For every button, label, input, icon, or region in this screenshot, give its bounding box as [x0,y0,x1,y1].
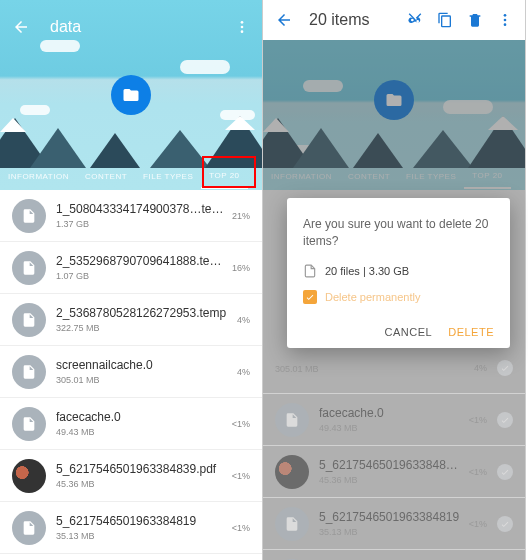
list-item[interactable]: facecache.049.43 MB <1% [263,394,525,446]
file-icon [275,507,309,541]
file-size: 1.37 GB [56,219,226,229]
back-icon[interactable] [12,18,30,36]
list-item[interactable]: 5_621754650196338481935.13 MB <1% [0,502,262,554]
dialog-summary: 20 files | 3.30 GB [303,264,494,278]
file-percent: 4% [237,315,250,325]
file-percent: <1% [232,471,250,481]
list-item[interactable]: 2_5352968790709641888.temp1.07 GB 16% [0,242,262,294]
file-name: 2_5352968790709641888.temp [56,254,226,268]
delete-dialog: Are you sure you want to delete 20 items… [287,198,510,348]
tab-information[interactable]: INFORMATION [0,166,77,188]
file-percent: 21% [232,211,250,221]
file-percent: 4% [474,363,487,373]
list-item[interactable]: 2_5368780528126272953.temp322.75 MB 4% [0,294,262,346]
more-icon[interactable] [234,19,250,35]
list-item[interactable]: 305.01 MB 4% [263,342,525,394]
svg-point-3 [504,14,507,17]
file-name: facecache.0 [56,410,226,424]
file-name: 1_508043334174900378…temp [56,202,226,216]
back-icon[interactable] [275,11,293,29]
tab-content[interactable]: CONTENT [77,166,135,188]
tab-top20[interactable]: TOP 20 [201,165,247,189]
file-size: 45.36 MB [56,479,226,489]
svg-point-4 [504,19,507,22]
page-title: data [50,18,81,36]
file-size: 322.75 MB [56,323,231,333]
file-icon [303,264,317,278]
file-icon [275,403,309,437]
file-name: facecache.0 [319,406,463,420]
file-list: 305.01 MB 4% facecache.049.43 MB <1% 5_6… [263,342,525,560]
pdf-icon [275,455,309,489]
file-icon [12,511,46,545]
file-icon [12,199,46,233]
file-size: 1.07 GB [56,271,226,281]
list-item[interactable]: 5_621754650196338481935.13 MB <1% [263,498,525,550]
file-percent: <1% [469,519,487,529]
file-size: 305.01 MB [56,375,231,385]
file-size: 49.43 MB [319,423,463,433]
file-name: 5_6217546501963384819 [319,510,463,524]
selection-toolbar: 20 items [263,0,525,40]
file-size: 35.13 MB [319,527,463,537]
check-icon[interactable] [497,516,513,532]
cut-icon[interactable] [407,12,423,28]
file-icon [12,251,46,285]
svg-point-5 [504,23,507,26]
list-item[interactable]: map_cache.db22.11 MB <1% [0,554,262,560]
svg-point-2 [241,30,244,33]
copy-icon[interactable] [437,12,453,28]
dialog-message: Are you sure you want to delete 20 items… [303,216,494,250]
perm-label: Delete permanently [325,291,420,303]
file-name: 5_6217546501963384819 [56,514,226,528]
file-size: 49.43 MB [56,427,226,437]
pdf-icon [12,459,46,493]
folder-icon [111,75,151,115]
file-name: screennailcache.0 [56,358,231,372]
file-percent: 16% [232,263,250,273]
file-name: 2_5368780528126272953.temp [56,306,231,320]
screen-data: data INFORMATION CONTENT FILE TYPES TOP … [0,0,263,560]
file-size: 45.36 MB [319,475,463,485]
list-item[interactable]: 5_6217546501963384839.pdf45.36 MB <1% [0,450,262,502]
file-name: 5_6217546501963384839.pdf [319,458,463,472]
header: data INFORMATION CONTENT FILE TYPES TOP … [0,0,262,190]
list-item[interactable]: map_cache.db22.11 MB <1% [263,550,525,560]
list-item[interactable]: screennailcache.0305.01 MB 4% [0,346,262,398]
file-list: 1_508043334174900378…temp1.37 GB 21% 2_5… [0,190,262,560]
more-icon[interactable] [497,12,513,28]
svg-point-0 [241,21,244,24]
cancel-button[interactable]: CANCEL [385,326,433,338]
file-percent: <1% [469,467,487,477]
file-size: 305.01 MB [275,364,468,374]
file-icon [12,407,46,441]
tab-bar: INFORMATION CONTENT FILE TYPES TOP 20 [0,164,262,190]
file-percent: <1% [232,523,250,533]
delete-icon[interactable] [467,12,483,28]
delete-permanently: Delete permanently [303,290,494,304]
file-icon [12,355,46,389]
dialog-summary-text: 20 files | 3.30 GB [325,265,409,277]
file-percent: <1% [232,419,250,429]
list-item[interactable]: 5_6217546501963384839.pdf45.36 MB <1% [263,446,525,498]
list-item[interactable]: 1_508043334174900378…temp1.37 GB 21% [0,190,262,242]
selection-title: 20 items [309,11,369,29]
file-percent: 4% [237,367,250,377]
file-name: 5_6217546501963384839.pdf [56,462,226,476]
checkbox-checked-icon[interactable] [303,290,317,304]
tab-file-types[interactable]: FILE TYPES [135,166,201,188]
check-icon[interactable] [497,412,513,428]
svg-point-1 [241,26,244,29]
check-icon[interactable] [497,464,513,480]
file-percent: <1% [469,415,487,425]
delete-button[interactable]: DELETE [448,326,494,338]
file-size: 35.13 MB [56,531,226,541]
check-icon[interactable] [497,360,513,376]
file-icon [12,303,46,337]
list-item[interactable]: facecache.049.43 MB <1% [0,398,262,450]
